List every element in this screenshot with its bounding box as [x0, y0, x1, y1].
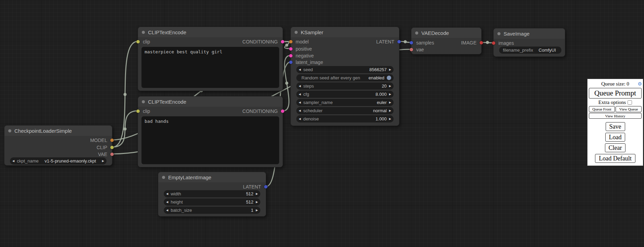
widget-random-seed-toggle[interactable]: Random seed after every gen enabled — [296, 74, 394, 81]
collapse-dot-icon[interactable] — [8, 129, 11, 132]
extra-options-checkbox[interactable] — [628, 100, 632, 105]
widget-ckpt-name[interactable]: ◀ ckpt_name v1-5-pruned-emaonly.ckpt ▶ — [10, 157, 107, 165]
collapse-dot-icon[interactable] — [142, 31, 145, 34]
node-title-bar[interactable]: KSampler — [291, 27, 399, 37]
slot-row: VAE — [4, 151, 112, 158]
collapse-dot-icon[interactable] — [295, 31, 298, 34]
increment-arrow-icon[interactable]: ▶ — [389, 109, 391, 112]
input-slot-latent-image[interactable] — [289, 61, 293, 64]
load-default-button[interactable]: Load Default — [595, 154, 635, 163]
decrement-arrow-icon[interactable]: ◀ — [299, 118, 301, 120]
input-slot-negative[interactable] — [289, 54, 293, 57]
input-slot-positive[interactable] — [289, 47, 293, 51]
clear-button[interactable]: Clear — [605, 143, 626, 152]
node-ksampler[interactable]: KSampler model LATENT positive negative … — [290, 27, 399, 126]
queue-prompt-button[interactable]: Queue Prompt — [589, 88, 642, 99]
widget-seed[interactable]: ◀ seed 8566257 ▶ — [296, 66, 394, 73]
decrement-arrow-icon[interactable]: ◀ — [166, 201, 168, 204]
toggle-knob-icon[interactable] — [387, 76, 391, 80]
increment-arrow-icon[interactable]: ▶ — [256, 193, 258, 195]
widget-batch-size[interactable]: ◀ batch_size 1 ▶ — [164, 207, 260, 214]
widget-denoise[interactable]: ◀ denoise 1.000 ▶ — [296, 115, 394, 122]
output-slot-conditioning[interactable] — [281, 109, 284, 113]
output-slot-latent[interactable] — [397, 40, 401, 43]
settings-gear-icon[interactable]: ⚙ — [637, 81, 642, 88]
decrement-arrow-icon[interactable]: ◀ — [12, 160, 14, 162]
output-slot-model[interactable] — [110, 139, 114, 142]
node-title-bar[interactable]: EmptyLatentImage — [158, 172, 266, 182]
view-queue-button[interactable]: View Queue — [616, 106, 642, 112]
node-title: SaveImage — [504, 31, 530, 37]
increment-arrow-icon[interactable]: ▶ — [256, 201, 258, 204]
node-title-bar[interactable]: SaveImage — [494, 28, 565, 39]
increment-arrow-icon[interactable]: ▶ — [389, 85, 391, 88]
load-button[interactable]: Load — [605, 133, 626, 142]
output-slot-latent[interactable] — [264, 185, 268, 188]
widget-filename-prefix[interactable]: filename_prefix ComfyUI — [499, 47, 561, 54]
output-slot-vae[interactable] — [110, 153, 114, 156]
node-vae-decode[interactable]: VAEDecode samples IMAGE vae — [411, 27, 482, 54]
decrement-arrow-icon[interactable]: ◀ — [299, 93, 301, 96]
input-slot-model[interactable] — [289, 40, 293, 43]
input-label-vae: vae — [416, 47, 424, 52]
input-label-negative: negative — [296, 53, 314, 58]
widget-sampler-name[interactable]: ◀ sampler_name euler ▶ — [296, 99, 394, 106]
widget-cfg[interactable]: ◀ cfg 8.000 ▶ — [296, 91, 394, 98]
widget-steps[interactable]: ◀ steps 20 ▶ — [296, 82, 394, 90]
increment-arrow-icon[interactable]: ▶ — [389, 68, 391, 71]
node-checkpoint-loader-simple[interactable]: CheckpointLoaderSimple MODEL CLIP VAE ◀ … — [4, 125, 112, 166]
node-empty-latent-image[interactable]: EmptyLatentImage LATENT ◀ width 512 ▶ ◀ … — [158, 172, 266, 217]
node-title: VAEDecode — [421, 30, 449, 36]
output-label-conditioning: CONDITIONING — [243, 39, 278, 44]
output-slot-conditioning[interactable] — [281, 40, 284, 43]
prompt-text-area[interactable]: bad hands — [141, 116, 279, 164]
prompt-text-area[interactable]: masterpiece best quality girl — [141, 47, 279, 88]
widget-label: steps — [303, 83, 314, 89]
node-clip-text-encode-positive[interactable]: CLIPTextEncode clip CONDITIONING masterp… — [138, 27, 283, 91]
increment-arrow-icon[interactable]: ▶ — [389, 93, 391, 96]
node-save-image[interactable]: SaveImage images filename_prefix ComfyUI — [493, 28, 565, 57]
save-button[interactable]: Save — [606, 122, 625, 131]
increment-arrow-icon[interactable]: ▶ — [102, 160, 104, 162]
collapse-dot-icon[interactable] — [415, 31, 418, 35]
increment-arrow-icon[interactable]: ▶ — [389, 118, 391, 120]
increment-arrow-icon[interactable]: ▶ — [256, 209, 258, 212]
widget-label: batch_size — [171, 208, 192, 213]
input-slot-clip[interactable] — [136, 109, 140, 113]
input-slot-clip[interactable] — [136, 40, 140, 43]
node-title-bar[interactable]: CheckpointLoaderSimple — [4, 126, 112, 136]
collapse-dot-icon[interactable] — [162, 176, 165, 179]
input-slot-images[interactable] — [492, 41, 495, 45]
collapse-dot-icon[interactable] — [142, 100, 145, 103]
widget-width[interactable]: ◀ width 512 ▶ — [164, 190, 260, 197]
view-history-button[interactable]: View History — [589, 113, 642, 119]
queue-front-button[interactable]: Queue Front — [589, 106, 615, 112]
widget-value: 20 — [382, 83, 386, 89]
decrement-arrow-icon[interactable]: ◀ — [166, 209, 168, 212]
widget-label: filename_prefix — [503, 48, 533, 53]
decrement-arrow-icon[interactable]: ◀ — [299, 109, 301, 112]
node-title-bar[interactable]: CLIPTextEncode — [138, 27, 283, 37]
widget-value: 512 — [246, 191, 253, 196]
decrement-arrow-icon[interactable]: ◀ — [299, 101, 301, 104]
node-title: EmptyLatentImage — [168, 174, 211, 180]
output-slot-clip[interactable] — [110, 146, 114, 149]
output-slot-image[interactable] — [480, 41, 483, 44]
input-slot-vae[interactable] — [410, 48, 413, 51]
widget-value: 8566257 — [369, 67, 387, 72]
widget-height[interactable]: ◀ height 512 ▶ — [164, 198, 260, 206]
node-title: KSampler — [301, 29, 323, 35]
widget-value: normal — [373, 108, 387, 113]
increment-arrow-icon[interactable]: ▶ — [389, 101, 391, 104]
input-slot-samples[interactable] — [410, 41, 413, 44]
node-title-bar[interactable]: CLIPTextEncode — [138, 96, 283, 107]
collapse-dot-icon[interactable] — [497, 32, 500, 35]
node-clip-text-encode-negative[interactable]: CLIPTextEncode clip CONDITIONING bad han… — [138, 96, 283, 167]
wire-midpoint-dot — [486, 41, 489, 44]
decrement-arrow-icon[interactable]: ◀ — [299, 85, 301, 88]
decrement-arrow-icon[interactable]: ◀ — [166, 193, 168, 195]
widget-scheduler[interactable]: ◀ scheduler normal ▶ — [296, 107, 394, 114]
node-title-bar[interactable]: VAEDecode — [411, 28, 481, 38]
decrement-arrow-icon[interactable]: ◀ — [299, 68, 301, 71]
wire-conditioning-negative — [283, 55, 290, 111]
